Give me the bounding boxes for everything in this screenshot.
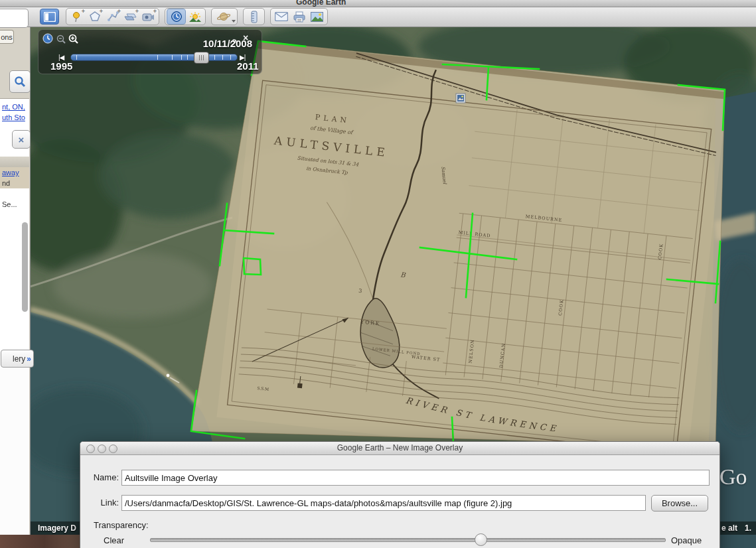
places-item[interactable]: Se... (0, 199, 29, 210)
time-range-end: 2011 (237, 60, 259, 72)
browse-button[interactable]: Browse... (651, 495, 708, 512)
clear-search-button[interactable]: × (12, 130, 31, 149)
transparency-slider-thumb[interactable] (475, 533, 487, 546)
clock-icon (171, 11, 183, 23)
window-title-bar[interactable]: Google Earth (0, 0, 756, 7)
google-watermark: Go (719, 464, 747, 490)
plus-badge: + (135, 8, 139, 15)
zoom-out-icon[interactable] (56, 34, 66, 44)
plus-badge: + (117, 8, 121, 15)
time-sun-group (165, 8, 206, 25)
status-eye-alt: e alt (721, 523, 737, 533)
places-link[interactable]: away (0, 167, 29, 178)
time-range-start: 1995 (50, 60, 72, 72)
sunlight-button[interactable] (186, 9, 204, 24)
email-button[interactable] (272, 9, 290, 24)
name-field[interactable] (121, 470, 710, 486)
search-results-list: nt, ON, uth Sto (0, 98, 29, 159)
search-icon (14, 76, 26, 88)
places-item[interactable]: nd (0, 178, 29, 188)
save-image-button[interactable] (308, 9, 326, 24)
planet-group (211, 8, 238, 25)
search-input[interactable] (0, 9, 29, 28)
sidebar-toggle-button[interactable] (40, 9, 59, 25)
status-eye-alt-value: 1. (745, 523, 751, 533)
ruler-group (243, 8, 265, 25)
search-button[interactable] (9, 70, 31, 93)
name-label: Name: (86, 472, 119, 482)
time-slider-panel: × 10/11/2008 |◀ ▶| 1995 2011 (38, 29, 262, 74)
share-group (270, 8, 328, 25)
printer-icon (293, 11, 305, 23)
time-slider-handle[interactable] (194, 52, 209, 64)
add-polygon-button[interactable]: + (86, 9, 104, 24)
clear-label: Clear (104, 535, 137, 545)
ruler-button[interactable] (245, 9, 263, 24)
ruler-icon (251, 11, 258, 23)
add-placemark-button[interactable]: + (68, 9, 86, 24)
link-label: Link: (86, 498, 119, 508)
save-image-icon (311, 12, 323, 22)
sun-icon (189, 11, 202, 23)
places-panel-header (0, 157, 29, 168)
sidebar-tab-fragment[interactable]: ons (0, 30, 14, 44)
time-slider-date: 10/11/2008 (203, 38, 252, 49)
image-overlay-placemark-icon[interactable] (456, 94, 465, 103)
plus-badge: + (153, 8, 157, 15)
search-result-link[interactable]: uth Sto (0, 112, 29, 123)
time-slider-track[interactable] (70, 54, 238, 61)
link-field[interactable] (121, 495, 646, 511)
plus-badge: + (82, 8, 85, 15)
chevrons-icon: » (27, 354, 31, 364)
lot-number: 3 (358, 288, 362, 294)
transparency-label: Transparency: (94, 520, 167, 530)
search-result-link[interactable]: nt, ON, (0, 102, 29, 112)
creation-tools-group: + + + + + (66, 8, 159, 25)
add-path-button[interactable]: + (104, 9, 121, 24)
earth-gallery-button[interactable]: lery » (1, 350, 34, 368)
switch-planet-button[interactable] (213, 9, 236, 24)
status-imagery-date: Imagery D (38, 523, 76, 533)
print-button[interactable] (290, 9, 308, 24)
desktop-fragment (0, 535, 81, 548)
time-slider-clock-icon (42, 33, 53, 44)
add-image-overlay-button[interactable]: + (121, 9, 139, 24)
saturn-planet-icon (217, 11, 232, 23)
dialog-title: Google Earth – New Image Overlay (80, 443, 719, 452)
dialog-title-bar[interactable]: Google Earth – New Image Overlay (80, 442, 719, 455)
sidebar: ons nt, ON, uth Sto × away nd Se... lery… (0, 27, 31, 535)
chevron-down-icon (232, 20, 236, 23)
zoom-in-icon[interactable] (68, 34, 78, 44)
sidebar-scrollbar-thumb[interactable] (22, 222, 28, 312)
window-title: Google Earth (296, 0, 346, 7)
plus-badge: + (100, 8, 103, 15)
boat (167, 374, 170, 377)
google-earth-window: PLAN of the Village of AULTSVILLE Situat… (0, 0, 756, 548)
main-toolbar: + + + + + (0, 7, 756, 27)
new-image-overlay-dialog: Google Earth – New Image Overlay Name: L… (80, 441, 720, 548)
sidebar-panel-icon (44, 12, 56, 22)
transparency-slider-track[interactable] (150, 538, 666, 542)
historical-imagery-button[interactable] (167, 9, 186, 25)
sidebar-lower-panel (0, 368, 29, 535)
opaque-label: Opaque (671, 535, 711, 545)
earth-gallery-label: lery (13, 354, 25, 364)
record-tour-button[interactable]: + (139, 9, 157, 24)
mill-building (297, 383, 303, 389)
email-envelope-icon (275, 12, 288, 21)
